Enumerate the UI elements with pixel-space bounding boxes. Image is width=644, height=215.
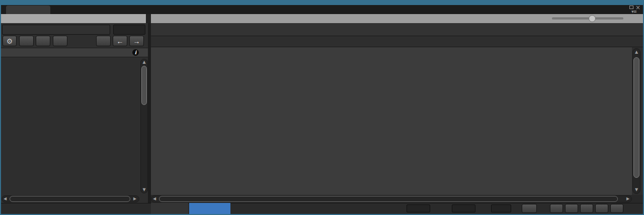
maximize-icon[interactable] bbox=[629, 6, 633, 9]
properties-list bbox=[1, 58, 140, 195]
loop-button[interactable] bbox=[522, 204, 537, 213]
gear-icon: ⚙ bbox=[7, 38, 13, 45]
window-tab[interactable] bbox=[6, 6, 50, 14]
menu-bar bbox=[1, 14, 146, 23]
skip-to-start-button[interactable] bbox=[550, 204, 563, 213]
play-button[interactable] bbox=[580, 204, 593, 213]
scroll-left-icon[interactable]: ◀ bbox=[3, 197, 8, 201]
timeline-ruler[interactable] bbox=[151, 23, 643, 36]
titlebar bbox=[1, 5, 643, 14]
event-marker-strip[interactable] bbox=[151, 36, 643, 47]
scroll-right-icon[interactable]: ▶ bbox=[132, 197, 137, 201]
window-top-border bbox=[0, 0, 644, 5]
fast-forward-button[interactable] bbox=[595, 204, 608, 213]
scroll-up-icon[interactable]: ▲ bbox=[140, 60, 148, 64]
prev-keyframe-button[interactable]: ← bbox=[113, 36, 127, 46]
menu-divider bbox=[146, 14, 151, 23]
timeline-zoom-slider[interactable] bbox=[552, 18, 623, 20]
end-frame-field[interactable] bbox=[452, 204, 475, 212]
left-h-scrollbar-thumb[interactable] bbox=[10, 196, 130, 202]
curve-h-scrollbar-thumb[interactable] bbox=[159, 196, 618, 202]
rewind-button[interactable] bbox=[565, 204, 578, 213]
window-menu-icon[interactable]: ▾≡ bbox=[631, 10, 636, 14]
properties-scrollbar-thumb[interactable] bbox=[141, 66, 147, 105]
add-clip-button[interactable] bbox=[19, 36, 34, 46]
next-keyframe-button[interactable]: → bbox=[129, 36, 144, 46]
delete-clip-button[interactable] bbox=[36, 36, 50, 46]
curve-scroll-up-icon[interactable]: ▲ bbox=[632, 50, 640, 54]
arrow-right-icon: → bbox=[133, 38, 140, 45]
info-icon[interactable]: i bbox=[132, 49, 139, 56]
speed-field[interactable] bbox=[491, 204, 511, 212]
tab-dopesheet[interactable] bbox=[151, 203, 188, 214]
scroll-down-icon[interactable]: ▼ bbox=[140, 188, 148, 192]
start-frame-field[interactable] bbox=[407, 204, 430, 212]
skip-to-end-button[interactable] bbox=[610, 204, 623, 213]
tab-curves[interactable] bbox=[189, 203, 230, 214]
curve-scroll-down-icon[interactable]: ▼ bbox=[632, 188, 640, 192]
curve-scroll-right-icon[interactable]: ▶ bbox=[625, 197, 630, 201]
curve-scroll-left-icon[interactable]: ◀ bbox=[152, 197, 157, 201]
arrow-left-icon: ← bbox=[117, 38, 124, 45]
timeline-zoom-handle[interactable] bbox=[589, 15, 596, 22]
curve-editor-area[interactable] bbox=[151, 47, 632, 195]
settings-button[interactable]: ⚙ bbox=[3, 36, 17, 46]
clear-clip-button[interactable] bbox=[53, 36, 67, 46]
status-bar bbox=[1, 203, 148, 214]
clip-select-dropdown[interactable] bbox=[2, 25, 110, 35]
add-keyframe-button[interactable] bbox=[96, 36, 111, 46]
clip-editor-window: × ▾≡ ⚙ ← → i ▲ ▼ ◀ ▶ ▲ ▼ ◀ ▶ bbox=[0, 0, 644, 215]
properties-header: i bbox=[1, 48, 148, 57]
current-frame-field[interactable] bbox=[113, 25, 145, 35]
curve-v-scrollbar-thumb[interactable] bbox=[633, 57, 639, 178]
